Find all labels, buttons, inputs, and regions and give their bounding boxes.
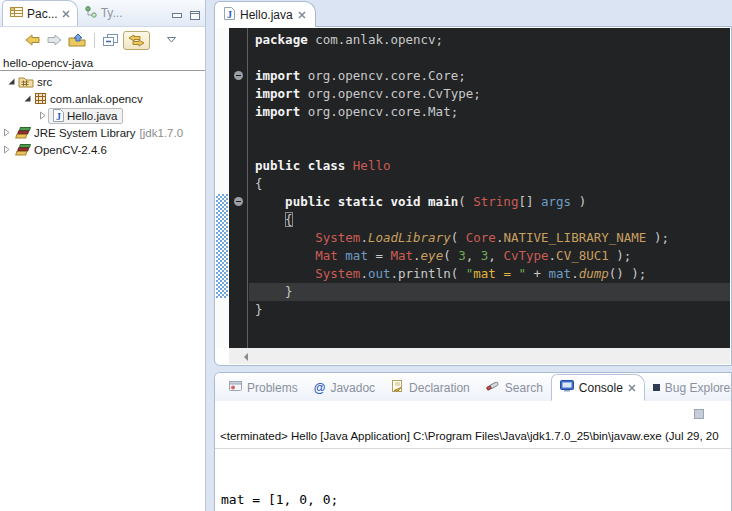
tree-item-hello-java[interactable]: J Hello.java: [0, 107, 205, 124]
package-explorer-panel: Pac... Ty... hello-opencv-java: [0, 0, 206, 511]
code-line[interactable]: {: [249, 211, 730, 229]
minimize-icon[interactable]: [172, 6, 182, 24]
problems-icon: [229, 380, 242, 395]
tab-label: Search: [505, 381, 543, 395]
code-editor[interactable]: package com.anlak.opencv;import org.open…: [229, 28, 730, 348]
fold-collapse-icon[interactable]: [234, 197, 243, 206]
selected-item-highlight: J Hello.java: [48, 108, 123, 124]
scroll-left-icon[interactable]: [243, 347, 249, 365]
tree-item-decorator: [jdk1.7.0: [140, 127, 183, 139]
tab-problems[interactable]: Problems: [221, 374, 306, 401]
expand-arrow-icon[interactable]: [2, 128, 12, 137]
package-explorer-tabbar: Pac... Ty...: [0, 0, 205, 27]
package-explorer-icon: [10, 6, 23, 21]
tree-item-jre-library[interactable]: JRE System Library [jdk1.7.0: [0, 124, 205, 141]
toolbar-separator: [94, 33, 95, 48]
eclipse-workbench: Pac... Ty... hello-opencv-java: [0, 0, 732, 511]
horizontal-scrollbar[interactable]: [229, 348, 730, 364]
package-icon: [34, 92, 47, 105]
code-line[interactable]: Mat mat = Mat.eye( 3, 3, CvType.CV_8UC1 …: [249, 247, 730, 265]
type-hierarchy-icon: [85, 6, 97, 21]
code-line[interactable]: }: [249, 301, 730, 319]
console-frame: Problems @ Javadoc Declaration Search Co…: [214, 372, 732, 511]
tab-package-explorer[interactable]: Pac...: [2, 0, 78, 26]
library-icon: [14, 144, 31, 156]
code-line[interactable]: import org.opencv.core.CvType;: [249, 85, 730, 103]
range-indicator: [216, 194, 228, 298]
link-with-editor-icon[interactable]: [123, 31, 150, 50]
fold-collapse-icon[interactable]: [234, 71, 243, 80]
collapse-arrow-icon[interactable]: [22, 94, 32, 103]
code-line[interactable]: package com.anlak.opencv;: [249, 31, 730, 49]
source-folder-icon: [18, 75, 34, 88]
tab-console[interactable]: Console: [551, 374, 645, 401]
tree-item-opencv-library[interactable]: OpenCV-2.4.6: [0, 141, 205, 158]
close-icon[interactable]: [628, 381, 636, 395]
tab-label: Problems: [247, 381, 298, 395]
package-explorer-toolbar: [0, 28, 205, 52]
close-icon[interactable]: [62, 7, 70, 21]
tree-item-label: JRE System Library: [34, 127, 136, 139]
view-menu-icon[interactable]: [167, 37, 176, 43]
code-area[interactable]: package com.anlak.opencv;import org.open…: [249, 31, 730, 319]
library-icon: [14, 127, 31, 139]
code-line[interactable]: System.out.println( "mat = " + mat.dump(…: [249, 265, 730, 283]
code-line[interactable]: System.LoadLibrary( Core.NATIVE_LIBRARY_…: [249, 229, 730, 247]
code-line[interactable]: [249, 49, 730, 67]
close-icon[interactable]: [298, 8, 306, 22]
svg-text:J: J: [56, 111, 61, 122]
tree-item-src[interactable]: src: [0, 73, 205, 90]
editor-frame: package com.anlak.opencv;import org.open…: [214, 26, 732, 366]
tab-bug-explorer[interactable]: Bug Explorer: [645, 374, 731, 401]
code-line[interactable]: [249, 139, 730, 157]
java-file-icon: J: [224, 7, 235, 23]
tab-label: Declaration: [409, 381, 470, 395]
code-line[interactable]: [249, 121, 730, 139]
console-icon: [560, 380, 574, 395]
tree-item-package[interactable]: com.anlak.opencv: [0, 90, 205, 107]
javadoc-icon: @: [314, 381, 326, 395]
tab-hello-java[interactable]: J Hello.java: [214, 1, 316, 27]
console-window: Problems @ Javadoc Declaration Search Co…: [214, 372, 732, 511]
annotation-ruler[interactable]: [216, 28, 229, 348]
tree-item-label: OpenCV-2.4.6: [34, 144, 107, 156]
project-label: hello-opencv-java: [3, 57, 93, 69]
tree-item-project[interactable]: hello-opencv-java: [0, 55, 205, 71]
code-line[interactable]: {: [249, 175, 730, 193]
code-line[interactable]: }: [249, 283, 730, 301]
back-icon[interactable]: [24, 34, 41, 46]
tree-item-label: src: [37, 76, 52, 88]
tab-declaration[interactable]: Declaration: [383, 374, 478, 401]
up-folder-icon[interactable]: [68, 33, 86, 47]
tab-label: Ty...: [101, 6, 123, 20]
forward-icon[interactable]: [46, 34, 63, 46]
console-tabbar: Problems @ Javadoc Declaration Search Co…: [215, 373, 731, 401]
fold-ruler[interactable]: [229, 28, 248, 348]
terminate-icon[interactable]: [694, 409, 704, 419]
code-line[interactable]: import org.opencv.core.Core;: [249, 67, 730, 85]
svg-text:J: J: [227, 8, 232, 19]
code-line[interactable]: public static void main( String[] args ): [249, 193, 730, 211]
console-output-line: mat = [1, 0, 0;: [221, 490, 338, 510]
tab-type-hierarchy[interactable]: Ty...: [78, 0, 130, 26]
tab-label: Pac...: [27, 7, 58, 21]
code-line[interactable]: public class Hello: [249, 157, 730, 175]
expand-arrow-icon[interactable]: [2, 145, 12, 154]
tab-label: Console: [579, 381, 623, 395]
tab-search[interactable]: Search: [478, 374, 551, 401]
tree-item-label: Hello.java: [67, 110, 118, 122]
collapse-arrow-icon[interactable]: [6, 77, 16, 86]
search-icon: [486, 380, 500, 395]
editor-window: J Hello.java package com.anlak.opencv;im…: [214, 0, 732, 366]
console-output[interactable]: mat = [1, 0, 0; 0, 1, 0; 0, 0, 1]: [221, 450, 338, 511]
maximize-icon[interactable]: [190, 6, 200, 24]
tree-item-label: com.anlak.opencv: [50, 93, 143, 105]
java-file-icon: J: [53, 109, 64, 122]
tab-label: Javadoc: [330, 381, 375, 395]
expand-arrow-icon[interactable]: [38, 111, 48, 120]
console-status-line: <terminated> Hello [Java Application] C:…: [220, 430, 731, 442]
tab-javadoc[interactable]: @ Javadoc: [306, 374, 383, 401]
code-line[interactable]: import org.opencv.core.Mat;: [249, 103, 730, 121]
collapse-all-icon[interactable]: [103, 34, 118, 47]
project-tree: hello-opencv-java src com.anlak.opencv J: [0, 55, 205, 158]
